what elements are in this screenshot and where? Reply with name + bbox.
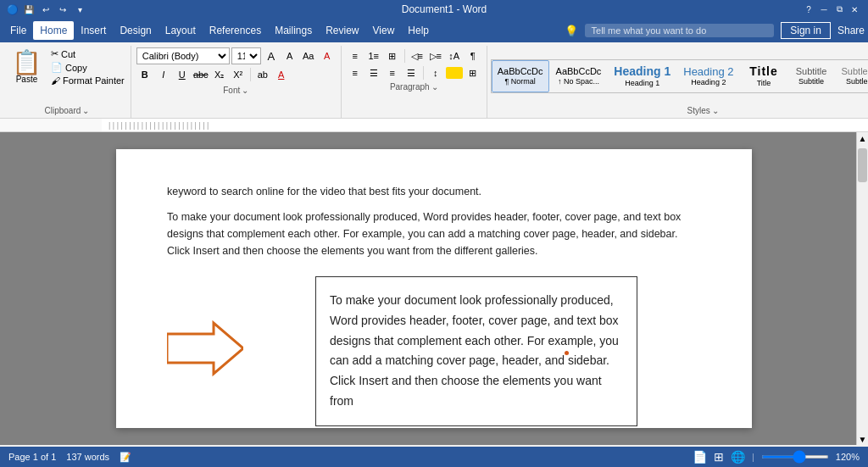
clipboard-group-label[interactable]: Clipboard ⌄	[7, 105, 127, 116]
align-center-button[interactable]: ☰	[365, 64, 382, 81]
highlight-button[interactable]: ab	[254, 66, 271, 83]
borders-button[interactable]: ⊞	[465, 64, 481, 81]
font-group-label[interactable]: Font ⌄	[136, 85, 336, 96]
clipboard-buttons: 📋 Paste ✂ Cut 📄 Copy 🖌	[7, 47, 127, 87]
cut-button[interactable]: ✂ Cut	[48, 47, 127, 60]
style-heading1-button[interactable]: Heading 1 Heading 1	[608, 60, 676, 92]
menu-home[interactable]: Home	[33, 21, 74, 40]
save-quick-btn[interactable]: 💾	[22, 3, 36, 16]
underline-button[interactable]: U	[174, 66, 191, 83]
scroll-down-button[interactable]: ▼	[857, 433, 869, 445]
minimize-btn[interactable]: ─	[817, 3, 831, 16]
numbering-button[interactable]: 1≡	[365, 47, 382, 64]
menu-design[interactable]: Design	[113, 21, 158, 40]
zoom-slider[interactable]	[761, 455, 829, 459]
restore-btn[interactable]: ⧉	[832, 3, 846, 16]
ruler-markings: | | | | | | | | | | | | | | | | | | | | …	[102, 121, 215, 130]
grow-font-button[interactable]: A	[263, 47, 280, 64]
align-left-button[interactable]: ≡	[347, 64, 364, 81]
title-bar: 🔵 💾 ↩ ↪ ▾ Document1 - Word ? ─ ⧉ ✕	[0, 0, 868, 19]
paragraph-expand-icon: ⌄	[431, 82, 438, 92]
styles-group: AaBbCcDc ¶ Normal AaBbCcDc ↑ No Spac... …	[487, 46, 868, 118]
font-size-select[interactable]: 11	[231, 47, 261, 64]
proofing-icon: 📝	[120, 452, 131, 463]
style-subtle-em-button[interactable]: Subtle Em... Subtle Em...	[836, 60, 868, 92]
ruler: | | | | | | | | | | | | | | | | | | | | …	[0, 119, 868, 132]
share-label[interactable]: Share	[837, 25, 865, 36]
increase-indent-button[interactable]: ▷≡	[427, 47, 444, 64]
cut-label: Cut	[61, 49, 75, 59]
clear-format-button[interactable]: A	[319, 47, 336, 64]
ribbon-content: 📋 Paste ✂ Cut 📄 Copy 🖌	[0, 42, 868, 118]
strikethrough-button[interactable]: abc	[192, 66, 209, 83]
align-right-button[interactable]: ≡	[384, 64, 401, 81]
menu-references[interactable]: References	[203, 21, 268, 40]
menu-file[interactable]: File	[3, 21, 33, 40]
help-btn[interactable]: ?	[802, 3, 815, 16]
close-btn[interactable]: ✕	[848, 3, 861, 16]
sign-in-button[interactable]: Sign in	[781, 22, 831, 39]
customize-quick-btn[interactable]: ▾	[73, 3, 86, 16]
menu-mailings[interactable]: Mailings	[268, 21, 319, 40]
change-case-button[interactable]: Aa	[300, 47, 317, 64]
menu-review[interactable]: Review	[319, 21, 365, 40]
line-spacing-button[interactable]: ↕	[427, 64, 444, 81]
status-right: 📄 ⊞ 🌐 | 120%	[693, 450, 860, 464]
menu-help[interactable]: Help	[401, 21, 436, 40]
doc-paragraph-1: keyword to search online for the video t…	[167, 183, 701, 200]
format-painter-icon: 🖌	[51, 75, 60, 86]
font-group: Calibri (Body) 11 A A Aa A B I U abc X₂	[131, 46, 342, 118]
bullets-button[interactable]: ≡	[347, 47, 364, 64]
menu-layout[interactable]: Layout	[159, 21, 203, 40]
copy-button[interactable]: 📄 Copy	[48, 61, 127, 74]
superscript-button[interactable]: X²	[230, 66, 247, 83]
shading-button[interactable]	[446, 67, 463, 79]
multilevel-button[interactable]: ⊞	[384, 47, 401, 64]
paragraph-group-label[interactable]: Paragraph ⌄	[347, 81, 481, 92]
paragraph-align-row: ≡ ☰ ≡ ☰ ↕ ⊞	[347, 64, 481, 81]
paste-button[interactable]: 📋 Paste	[7, 47, 47, 87]
doc-box-container: To make your document look professionall…	[167, 268, 701, 435]
italic-button[interactable]: I	[155, 66, 172, 83]
ribbon: 📋 Paste ✂ Cut 📄 Copy 🖌	[0, 42, 868, 119]
view-normal-button[interactable]: 📄	[693, 450, 707, 464]
subscript-button[interactable]: X₂	[211, 66, 228, 83]
arrow-graphic	[167, 319, 243, 383]
redo-quick-btn[interactable]: ↪	[56, 3, 70, 16]
shrink-font-button[interactable]: A	[281, 47, 298, 64]
zoom-level: 120%	[836, 452, 860, 462]
ruler-inner: | | | | | | | | | | | | | | | | | | | | …	[102, 119, 868, 131]
vertical-scrollbar[interactable]: ▲ ▼	[856, 132, 868, 445]
format-painter-label: Format Painter	[63, 75, 125, 86]
scroll-up-button[interactable]: ▲	[857, 132, 869, 144]
style-subtitle-button[interactable]: Subtitle Subtitle	[788, 60, 835, 92]
copy-label: Copy	[65, 63, 87, 73]
word-icon: 🔵	[7, 4, 19, 15]
para-divider1	[404, 49, 405, 63]
font-color-button[interactable]: A	[273, 66, 290, 83]
search-bar[interactable]: Tell me what you want to do	[585, 24, 775, 37]
styles-group-label[interactable]: Styles ⌄	[491, 105, 868, 116]
style-title-button[interactable]: Title Title	[741, 60, 787, 92]
justify-button[interactable]: ☰	[403, 64, 420, 81]
bold-button[interactable]: B	[136, 66, 153, 83]
decrease-indent-button[interactable]: ◁≡	[409, 47, 426, 64]
style-no-spacing-button[interactable]: AaBbCcDc ↑ No Spac...	[550, 60, 608, 92]
sort-button[interactable]: ↕A	[446, 47, 463, 64]
view-web-button[interactable]: 🌐	[731, 450, 745, 464]
word-count: 137 words	[66, 452, 109, 462]
show-marks-button[interactable]: ¶	[465, 47, 481, 64]
status-bar: Page 1 of 1 137 words 📝 📄 ⊞ 🌐 | 120%	[0, 447, 868, 467]
doc-text-box[interactable]: To make your document look professionall…	[315, 276, 637, 426]
style-heading2-button[interactable]: Heading 2 Heading 2	[677, 60, 739, 92]
menu-bar: File Home Insert Design Layout Reference…	[0, 19, 868, 42]
menu-insert[interactable]: Insert	[74, 21, 113, 40]
style-normal-button[interactable]: AaBbCcDc ¶ Normal	[492, 60, 549, 92]
paragraph-label: Paragraph	[390, 82, 430, 92]
undo-quick-btn[interactable]: ↩	[39, 3, 53, 16]
view-layout-button[interactable]: ⊞	[714, 450, 724, 464]
menu-view[interactable]: View	[366, 21, 402, 40]
format-painter-button[interactable]: 🖌 Format Painter	[48, 75, 127, 86]
font-name-select[interactable]: Calibri (Body)	[136, 47, 230, 64]
scissors-icon: ✂	[51, 48, 58, 59]
